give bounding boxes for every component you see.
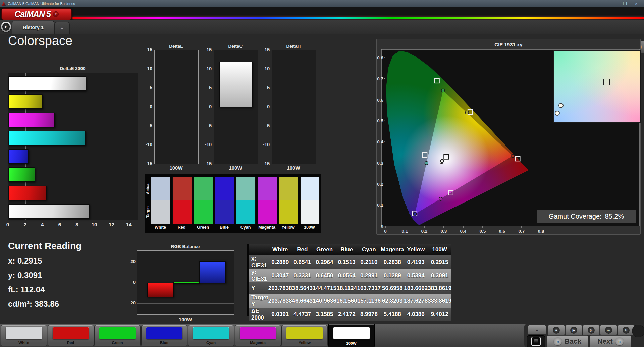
svg-text:0: 0 bbox=[381, 224, 383, 229]
y-axis-tick: -10 bbox=[258, 142, 270, 147]
svg-text:0.5: 0.5 bbox=[377, 118, 383, 123]
gridline bbox=[272, 145, 316, 145]
svg-text:0.1: 0.1 bbox=[377, 203, 383, 208]
rgb-balance-plot-area bbox=[137, 250, 234, 315]
target-row-label: Target bbox=[146, 200, 150, 223]
deltac-chart: DeltaC 100W 151050-5-10-15 bbox=[200, 44, 261, 174]
zero-mark bbox=[214, 107, 218, 107]
pattern-button-cyan[interactable]: Cyan bbox=[188, 325, 234, 346]
actual-patch-blue bbox=[215, 177, 234, 201]
measurement-data-table: WhiteRedGreenBlueCyanMagentaYellow100Wx:… bbox=[249, 244, 451, 321]
cell: 9.0391 bbox=[268, 308, 292, 321]
cell: 3.1585 bbox=[313, 308, 336, 321]
next-chevron-icon: » bbox=[615, 337, 624, 345]
chart-title: DeltaL bbox=[154, 44, 198, 49]
blackout-pattern-button[interactable] bbox=[527, 335, 545, 347]
row-label: Y bbox=[249, 282, 268, 294]
cell: 0.2964 bbox=[313, 255, 336, 269]
pattern-button-100w[interactable]: 100W bbox=[328, 324, 375, 347]
y-axis-tick: -10 bbox=[141, 142, 152, 147]
y-axis-tick: -20 bbox=[125, 300, 136, 305]
cell: 0.5394 bbox=[404, 269, 428, 282]
pattern-button-blue[interactable]: Blue bbox=[141, 325, 187, 346]
y-axis-tick: 0 bbox=[258, 104, 270, 109]
continuous-button[interactable]: ∞ bbox=[600, 325, 617, 335]
y-axis-tick: -15 bbox=[200, 161, 212, 166]
svg-text:0.5: 0.5 bbox=[480, 229, 486, 234]
pattern-swatch bbox=[286, 327, 323, 339]
y-axis-tick: 10 bbox=[141, 66, 152, 71]
deltae-bar-yellow bbox=[8, 94, 43, 109]
cell: 187.6278 bbox=[404, 294, 428, 308]
gridline bbox=[77, 73, 77, 220]
stop-button[interactable]: ■ bbox=[548, 325, 565, 335]
gridline bbox=[129, 73, 129, 220]
actual-target-swatch-strip: Actual Target WhiteRedGreenBlueCyanMagen… bbox=[145, 174, 321, 233]
scroll-up-button[interactable]: ▲ bbox=[528, 325, 546, 335]
minimize-button[interactable]: – bbox=[608, 0, 619, 7]
bottom-bar: WhiteRedGreenBlueCyanMagentaYellow100W ▲… bbox=[0, 324, 644, 347]
pattern-button-green[interactable]: Green bbox=[94, 325, 141, 346]
y-axis-tick: 0 bbox=[125, 280, 136, 285]
row-label: x: CIE31 bbox=[249, 255, 268, 269]
tab-history-1[interactable]: History 1 bbox=[12, 21, 54, 34]
actual-patch-magenta bbox=[258, 177, 277, 201]
next-button[interactable]: Next » bbox=[590, 335, 631, 347]
next-label: Next bbox=[597, 337, 613, 345]
patch-label: 100W bbox=[297, 225, 322, 230]
target-patch-green bbox=[194, 200, 213, 224]
pattern-swatch bbox=[53, 327, 89, 339]
cell: 0.2889 bbox=[268, 255, 292, 269]
back-button[interactable]: « Back bbox=[547, 335, 588, 347]
y-axis-tick: -5 bbox=[258, 123, 270, 128]
current-reading-panel: Current Reading x: 0.2915 y: 0.3091 fL: … bbox=[8, 241, 82, 314]
cell: 18.1124 bbox=[336, 282, 357, 294]
current-reading-title: Current Reading bbox=[8, 241, 82, 251]
svg-text:0.1: 0.1 bbox=[402, 229, 408, 234]
restore-button[interactable]: ❐ bbox=[619, 0, 631, 7]
y-axis-tick: 5 bbox=[258, 85, 270, 90]
play-button[interactable]: ▶ bbox=[565, 325, 582, 335]
y-axis-tick: 10 bbox=[200, 66, 212, 71]
white-point-zoom-inset bbox=[553, 50, 641, 123]
close-button[interactable]: × bbox=[631, 0, 642, 7]
play-icon: ▶ bbox=[570, 327, 577, 334]
stop-icon: ■ bbox=[553, 327, 560, 334]
pattern-button-magenta[interactable]: Magenta bbox=[235, 325, 281, 346]
pattern-swatch bbox=[333, 327, 370, 339]
deltae-2000-chart: DeltaE 2000 02468101214 bbox=[0, 66, 144, 234]
pattern-button-yellow[interactable]: Yellow bbox=[281, 325, 328, 346]
deltae-bar-magenta bbox=[8, 113, 55, 127]
table-row: Target Y203.783846.6643140.963616.156015… bbox=[249, 294, 451, 308]
pattern-button-red[interactable]: Red bbox=[48, 325, 94, 346]
rgb-balance-chart: RGB Balance 100W 200-20 bbox=[131, 244, 242, 323]
row-label: ΔE 2000 bbox=[249, 308, 268, 321]
deltal-plot-area bbox=[154, 50, 199, 164]
gridline bbox=[95, 73, 95, 220]
pattern-button-white[interactable]: White bbox=[1, 325, 47, 346]
add-tab-button[interactable]: + bbox=[54, 22, 70, 34]
deltah-chart: DeltaH 100W 151050-5-10-15 bbox=[258, 44, 319, 174]
calman-logo-menu[interactable]: CalMAN5 ▼ bbox=[1, 8, 72, 20]
actual-patch-green bbox=[194, 177, 213, 201]
window-titlebar: CalMAN 5 CalMAN Ultimate for Business – … bbox=[0, 0, 644, 7]
cell: 0.3331 bbox=[292, 269, 313, 282]
interval-button[interactable]: [-] bbox=[583, 325, 600, 335]
gridline bbox=[272, 88, 316, 88]
y-axis-tick: 0 bbox=[200, 104, 212, 109]
cell: 383.8619 bbox=[428, 282, 451, 294]
tab-bar: ▶ History 1 + X-Rite i1Display RetailLCD… bbox=[0, 20, 644, 34]
zero-mark bbox=[254, 107, 258, 107]
deltae-bar-cyan bbox=[8, 131, 86, 146]
x-axis-label: 100W bbox=[272, 165, 315, 171]
cell: 4.4737 bbox=[292, 308, 313, 321]
tab-scroll-button[interactable]: ▶ bbox=[1, 22, 11, 32]
svg-text:0.2: 0.2 bbox=[377, 182, 383, 187]
target-patch-100w bbox=[300, 200, 320, 224]
svg-text:0.2: 0.2 bbox=[421, 229, 428, 234]
logo-number: 5 bbox=[46, 9, 51, 19]
cell: 16.1560 bbox=[336, 294, 357, 308]
cell: 203.7838 bbox=[268, 282, 292, 294]
table-row: x: CIE310.28890.65410.29640.15130.21100.… bbox=[249, 255, 451, 269]
pattern-label: Green bbox=[95, 341, 140, 345]
